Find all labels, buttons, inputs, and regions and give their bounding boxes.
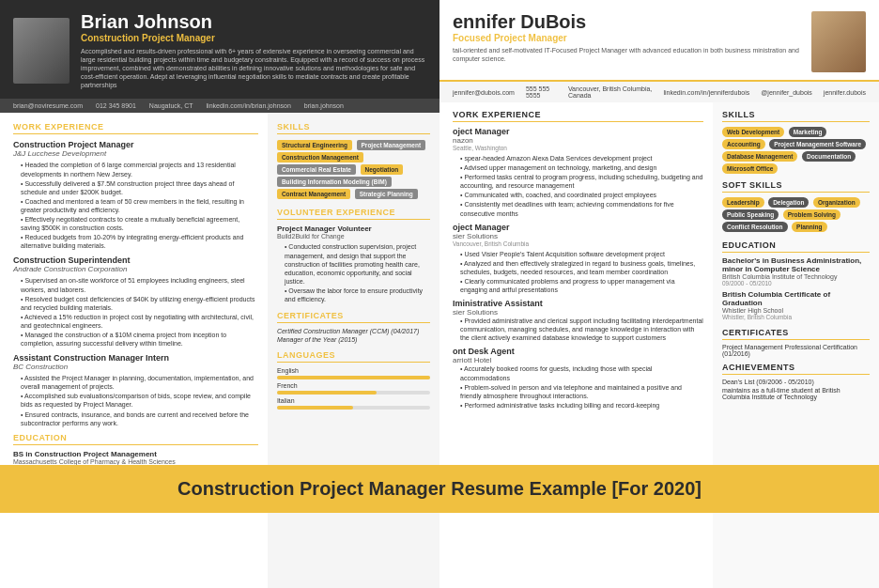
left-desc: Accomplished and results-driven professi… — [81, 47, 426, 89]
left-location: Naugatuck, CT — [149, 102, 193, 109]
r-skill-6: Microsoft Office — [722, 163, 778, 174]
right-linkedin: linkedin.com/in/jenniferdubois — [663, 89, 749, 96]
right-edu-2-school: Whistler High School — [722, 307, 870, 314]
job-3-company: BC Construction — [13, 363, 258, 371]
left-vol-company: Build2Build for Change — [277, 233, 430, 240]
left-skills-tags: Structural Engineering Project Managemen… — [277, 139, 430, 200]
right-edu-2-degree: British Columbia Certificate of Graduati… — [722, 290, 870, 307]
right-contact-bar: jennifer@dubois.com 555 555 5555 Vancouv… — [440, 82, 879, 102]
skill-tag-1: Project Management — [357, 140, 426, 150]
right-job-1-title: oject Manager — [453, 127, 703, 136]
left-body: WORK EXPERIENCE Construction Project Man… — [0, 113, 440, 588]
skill-tag-3: Commercial Real Estate — [277, 164, 356, 175]
right-body: VORK EXPERIENCE oject Manager nazon Seat… — [440, 102, 879, 588]
right-job-2-company: sier Solutions — [453, 232, 703, 240]
right-job-3-company: sier Solutions — [453, 308, 703, 317]
lang-french-bar-bg — [277, 391, 430, 395]
job-1-company: J&J Lucchese Development — [13, 149, 258, 158]
overlay-banner: Construction Project Manager Resume Exam… — [0, 465, 879, 513]
right-header-info: ennifer DuBois Focused Project Manager t… — [453, 11, 802, 63]
r-soft-0: Leadership — [722, 197, 764, 208]
right-job-1-b2: Advised upper management on technology, … — [453, 163, 703, 172]
left-avatar-img — [13, 18, 69, 84]
left-main: WORK EXPERIENCE Construction Project Man… — [0, 113, 268, 588]
lang-italian-bar-bg — [277, 406, 430, 410]
left-edu-title: EDUCATION — [13, 433, 258, 445]
right-job-4-company: arriott Hotel — [453, 356, 703, 364]
right-edu-2: British Columbia Certificate of Graduati… — [722, 290, 870, 320]
right-job-3-b1: Provided administrative and clerical sup… — [453, 317, 703, 342]
skill-tag-5: Building Information Modeling (BIM) — [277, 177, 392, 187]
left-vol-title: VOLUNTEER EXPERIENCE — [277, 208, 430, 220]
job-2: Construction Superintendent Andrade Cons… — [13, 255, 258, 348]
right-location: Vancouver, British Columbia, Canada — [568, 85, 652, 99]
right-edu-title: EDUCATION — [722, 240, 870, 253]
right-job-3: Iministrative Assistant sier Solutions P… — [453, 299, 703, 342]
lang-english-label: English — [277, 367, 430, 374]
right-header: ennifer DuBois Focused Project Manager t… — [440, 0, 879, 82]
right-title: Focused Project Manager — [453, 33, 802, 43]
job-3: Assistant Construction Manager Intern BC… — [13, 353, 258, 427]
r-soft-2: Organization — [813, 197, 860, 208]
lang-italian-bar — [277, 406, 354, 410]
right-achieve-2: maintains as a full-time student at Brit… — [722, 387, 870, 400]
right-desc: tail-oriented and self-motivated IT-Focu… — [453, 46, 802, 63]
job-2-bullet-2: Resolved budget cost deficiencies of $40… — [13, 295, 258, 312]
right-job-1-company: nazon — [453, 136, 703, 145]
right-edu-1: Bachelor's in Business Administration, m… — [722, 256, 870, 286]
lang-french-bar — [277, 391, 377, 395]
r-skill-5: Documentation — [802, 151, 856, 162]
right-job-4: ont Desk Agent arriott Hotel Accurately … — [453, 347, 703, 409]
r-skill-4: Database Management — [722, 151, 797, 162]
left-header: Brian Johnson Construction Project Manag… — [0, 0, 440, 99]
job-1-bullet-3: Coached and mentored a team of 50 crew m… — [13, 197, 258, 214]
left-sidebar: SKILLS Structural Engineering Project Ma… — [268, 113, 440, 588]
right-achieve-1: Dean's List (09/2006 - 05/2010) — [722, 379, 870, 385]
skill-tag-0: Structural Engineering — [277, 140, 352, 150]
job-3-bullet-3: Ensured contracts, insurance, and bonds … — [13, 410, 258, 427]
right-cert-title: CERTIFICATES — [722, 328, 870, 340]
right-edu-1-school: British Columbia Institute of Technology — [722, 273, 870, 280]
r-skill-1: Marketing — [789, 127, 827, 137]
right-job-1-b4: Communicated with, coached, and coordina… — [453, 191, 703, 199]
right-job-1-b3: Performed tasks central to program progr… — [453, 173, 703, 190]
job-3-bullet-2: Accomplished sub evaluations/comparison … — [13, 392, 258, 409]
right-job-2-b3: Clearly communicated problems and progre… — [453, 277, 703, 294]
right-cert-1: Project Management Professional Certific… — [722, 344, 870, 357]
skill-tag-4: Negotiation — [361, 164, 404, 175]
left-linkedin: linkedin.com/in/brian.johnson — [207, 102, 291, 109]
right-website: jennifer.dubois — [824, 89, 866, 96]
left-avatar — [13, 18, 69, 84]
right-job-2-b1: Used Visier People's Talent Acquisition … — [453, 250, 703, 258]
r-soft-6: Planning — [792, 222, 826, 232]
skill-tag-7: Strategic Planning — [355, 189, 418, 199]
job-2-title: Construction Superintendent — [13, 255, 258, 265]
right-achieve-title: ACHIEVEMENTS — [722, 363, 870, 375]
job-1-title: Construction Project Manager — [13, 140, 258, 149]
left-vol-job-title: Project Manager Volunteer — [277, 224, 430, 233]
skill-tag-2: Construction Management — [277, 152, 363, 162]
lang-italian-label: Italian — [277, 397, 430, 404]
job-2-company: Andrade Construction Corporation — [13, 265, 258, 273]
right-job-2-b2: Analyzed and then effectively strategize… — [453, 259, 703, 276]
r-skill-3: Project Management Software — [769, 139, 866, 149]
r-skill-2: Accounting — [722, 139, 765, 149]
job-2-bullet-3: Achieved a 15% reduction in project cost… — [13, 313, 258, 330]
right-twitter: @jennifer_dubois — [761, 89, 812, 96]
r-soft-4: Problem Solving — [783, 209, 840, 220]
left-cert-2: Manager of the Year (2015) — [277, 336, 430, 343]
right-avatar — [811, 11, 866, 72]
left-skills-title: SKILLS — [277, 122, 430, 134]
right-edu-2-location: Whistler, British Columbia — [722, 314, 870, 320]
page-container: Brian Johnson Construction Project Manag… — [0, 0, 879, 588]
lang-french-label: French — [277, 382, 430, 389]
job-1-bullet-4: Effectively negotiated contracts to crea… — [13, 215, 258, 232]
right-job-1-b1: spear-headed Amazon Alexa Data Services … — [453, 154, 703, 162]
left-edu-degree: BS in Construction Project Management — [13, 450, 258, 458]
overlay-text: Construction Project Manager Resume Exam… — [177, 478, 702, 499]
right-job-1-b5: Consistently met deadlines with team; ac… — [453, 200, 703, 217]
right-soft-skills-title: SOFT SKILLS — [722, 180, 870, 193]
right-name: ennifer DuBois — [453, 11, 802, 33]
job-3-bullet-1: Assisted the Project Manager in planning… — [13, 374, 258, 391]
left-website: brian.johnson — [304, 102, 344, 109]
